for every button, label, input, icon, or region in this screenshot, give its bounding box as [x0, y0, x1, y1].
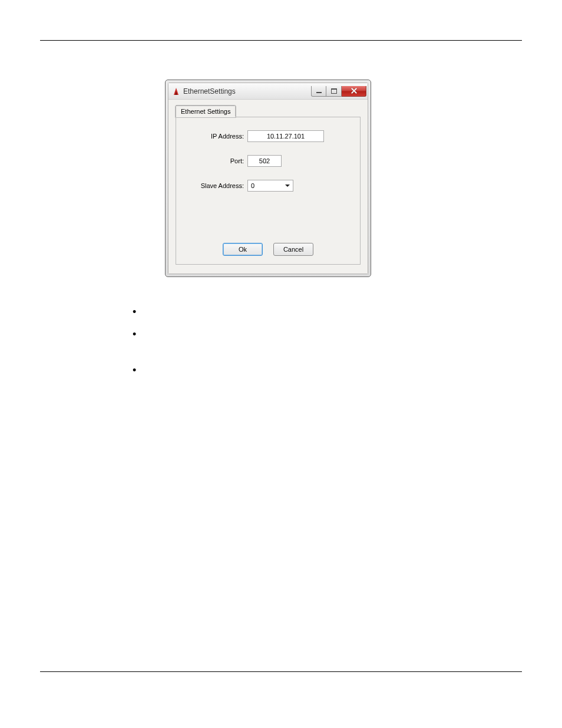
window-title: EthernetSettings: [183, 87, 311, 95]
close-icon: [351, 87, 358, 94]
cancel-button[interactable]: Cancel: [273, 243, 313, 256]
label-slave-address: Slave Address:: [188, 182, 247, 189]
row-slave-address: Slave Address: 0: [188, 180, 348, 192]
chevron-down-icon: [285, 185, 290, 187]
label-ip-address: IP Address:: [188, 133, 247, 140]
title-bar[interactable]: EthernetSettings: [168, 83, 368, 100]
ethernet-settings-dialog: EthernetSettings Ethernet Settings: [165, 80, 371, 277]
tab-control: Ethernet Settings IP Address: Port: Slav…: [176, 106, 361, 266]
dialog-body: Ethernet Settings IP Address: Port: Slav…: [168, 100, 368, 274]
tab-ethernet-settings[interactable]: Ethernet Settings: [176, 106, 236, 117]
ip-address-input[interactable]: [247, 130, 324, 142]
maximize-icon: [331, 88, 337, 94]
label-port: Port:: [188, 157, 247, 164]
bullet-2: [133, 329, 480, 338]
document-page: EthernetSettings Ethernet Settings: [0, 0, 562, 728]
slave-address-dropdown[interactable]: 0: [247, 180, 293, 192]
row-port: Port:: [188, 155, 348, 167]
port-input[interactable]: [247, 155, 282, 167]
dialog-frame: EthernetSettings Ethernet Settings: [168, 83, 368, 274]
bullet-list: [133, 307, 480, 374]
row-ip-address: IP Address:: [188, 130, 348, 142]
close-button[interactable]: [342, 86, 366, 97]
maximize-button[interactable]: [326, 86, 342, 97]
slave-address-value: 0: [248, 182, 285, 189]
footer-rule: [40, 671, 522, 672]
dialog-buttons: Ok Cancel: [176, 243, 360, 256]
bullet-1: [133, 307, 480, 316]
window-controls: [311, 86, 366, 97]
minimize-icon: [316, 92, 322, 93]
app-icon: [172, 87, 180, 95]
bullet-3: [133, 365, 480, 374]
tab-page: IP Address: Port: Slave Address: 0: [176, 117, 361, 265]
ok-button[interactable]: Ok: [223, 243, 263, 256]
minimize-button[interactable]: [311, 86, 326, 97]
header-rule: [40, 40, 522, 41]
